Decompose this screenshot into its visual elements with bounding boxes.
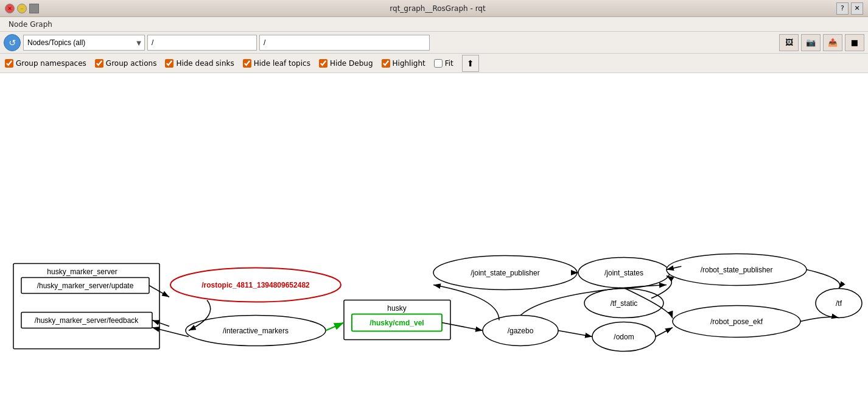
fit-checkbox[interactable] <box>434 59 443 68</box>
export-image-button[interactable]: 🖼 <box>779 34 799 51</box>
screenshot-icon: 📷 <box>806 38 816 47</box>
tf-static-label: /tf_static <box>611 299 638 308</box>
refresh-button[interactable]: ↺ <box>4 34 21 51</box>
view-mode-dropdown[interactable]: Nodes only Nodes/Topics (all) Nodes/Topi… <box>23 35 145 51</box>
save-icon: 📤 <box>828 38 838 47</box>
window-icon <box>29 4 39 13</box>
stop-icon: ■ <box>851 38 858 47</box>
view-mode-dropdown-wrapper: Nodes only Nodes/Topics (all) Nodes/Topi… <box>23 35 145 51</box>
group-actions-option[interactable]: Group actions <box>95 59 157 68</box>
help-button[interactable]: ? <box>836 2 849 15</box>
hide-leaf-topics-checkbox[interactable] <box>243 59 251 68</box>
edge-rsp-tf <box>807 270 840 289</box>
hide-debug-option[interactable]: Hide Debug <box>319 59 373 68</box>
joint-states-label: /joint_states <box>604 269 643 277</box>
odom-label: /odom <box>614 333 634 341</box>
husky-cmd-vel-label: /husky/cmd_vel <box>369 319 424 327</box>
close-x-button[interactable]: ✕ <box>851 2 863 15</box>
group-namespaces-option[interactable]: Group namespaces <box>5 59 86 68</box>
rostopic-label: /rostopic_4811_1394809652482 <box>201 281 310 289</box>
highlight-checkbox[interactable] <box>382 59 390 68</box>
graph-area[interactable]: husky_marker_server /husky_marker_server… <box>0 73 868 393</box>
hide-leaf-topics-label: Hide leaf topics <box>254 59 310 68</box>
graph-svg: husky_marker_server /husky_marker_server… <box>0 73 868 393</box>
husky-marker-server-label: husky_marker_server <box>47 267 117 276</box>
hide-dead-sinks-option[interactable]: Hide dead sinks <box>165 59 234 68</box>
title-bar: ✕ – rqt_graph__RosGraph - rqt ? ✕ <box>0 0 868 17</box>
window-controls[interactable]: ✕ – <box>5 4 39 13</box>
menu-bar: Node Graph <box>0 17 868 32</box>
hide-dead-sinks-checkbox[interactable] <box>165 59 173 68</box>
tf-label: /tf <box>836 299 842 308</box>
highlight-option[interactable]: Highlight <box>382 59 425 68</box>
upload-icon: ⬆ <box>467 58 474 68</box>
minimize-button[interactable]: – <box>17 4 27 13</box>
robot-state-publisher-label: /robot_state_publisher <box>701 266 773 274</box>
robot-pose-ekf-label: /robot_pose_ekf <box>710 317 763 326</box>
joint-state-publisher-label: /joint_state_publisher <box>471 269 539 277</box>
highlight-label: Highlight <box>393 59 425 68</box>
hide-dead-sinks-label: Hide dead sinks <box>176 59 234 68</box>
group-namespaces-label: Group namespaces <box>16 59 86 68</box>
screenshot-button[interactable]: 📷 <box>801 34 821 51</box>
close-button[interactable]: ✕ <box>5 4 15 13</box>
husky-group-label: husky <box>387 304 406 313</box>
options-bar: Group namespaces Group actions Hide dead… <box>0 54 868 73</box>
toolbar: ↺ Nodes only Nodes/Topics (all) Nodes/To… <box>0 32 868 54</box>
window-title: rqt_graph__RosGraph - rqt <box>43 4 833 13</box>
filter1-input[interactable] <box>147 35 257 51</box>
filter2-input[interactable] <box>259 35 430 51</box>
refresh-icon: ↺ <box>9 38 16 48</box>
hide-debug-label: Hide Debug <box>330 59 373 68</box>
upload-button[interactable]: ⬆ <box>462 55 479 72</box>
toolbar-right-buttons: 🖼 📷 📤 ■ <box>779 34 864 51</box>
hide-debug-checkbox[interactable] <box>319 59 327 68</box>
edge-interactive-husky-green <box>326 323 344 331</box>
feedback-topic-label: /husky_marker_server/feedback <box>35 316 139 325</box>
fit-label: Fit <box>445 59 453 68</box>
interactive-markers-label: /interactive_markers <box>223 327 289 335</box>
group-actions-label: Group actions <box>106 59 157 68</box>
save-button[interactable]: 📤 <box>823 34 842 51</box>
edge-gazebo-odom <box>558 331 592 337</box>
husky-marker-server-group[interactable] <box>13 264 159 349</box>
hide-leaf-topics-option[interactable]: Hide leaf topics <box>243 59 310 68</box>
group-namespaces-checkbox[interactable] <box>5 59 13 68</box>
gazebo-label: /gazebo <box>508 327 534 335</box>
main-content: husky_marker_server /husky_marker_server… <box>0 73 868 393</box>
group-actions-checkbox[interactable] <box>95 59 103 68</box>
update-topic-label: /husky_marker_server/update <box>37 281 134 290</box>
menu-node-graph[interactable]: Node Graph <box>4 19 57 30</box>
export-image-icon: 🖼 <box>785 38 793 47</box>
edge-odom-rpekf <box>656 328 673 337</box>
fit-option[interactable]: Fit <box>434 59 453 68</box>
stop-button[interactable]: ■ <box>845 34 864 51</box>
